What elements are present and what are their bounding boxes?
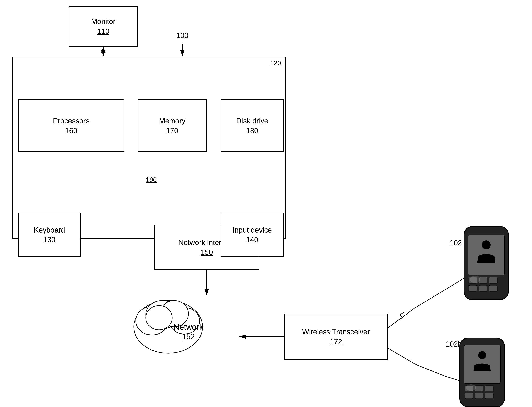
monitor-box: Monitor 110: [69, 6, 138, 47]
inputdevice-label: Input device: [233, 226, 272, 235]
svg-point-31: [470, 276, 480, 283]
diskdrive-number: 180: [246, 126, 258, 135]
monitor-number: 110: [97, 27, 109, 36]
netinterface-number: 150: [201, 248, 213, 257]
wireless-label: Wireless Transceiver: [302, 327, 370, 337]
memory-box: Memory 170: [138, 99, 207, 152]
bus-label: 190: [146, 176, 157, 184]
network-label: Network: [174, 323, 203, 331]
svg-rect-26: [489, 277, 497, 283]
diskdrive-box: Disk drive 180: [221, 99, 284, 152]
svg-rect-28: [479, 285, 487, 291]
svg-point-41: [466, 384, 476, 391]
svg-rect-29: [489, 285, 497, 291]
keyboard-label: Keyboard: [34, 226, 65, 235]
mobile-device-102: [460, 223, 521, 308]
network-number: 152: [182, 332, 195, 341]
diskdrive-label: Disk drive: [236, 116, 268, 126]
memory-label: Memory: [159, 116, 185, 126]
processors-number: 160: [65, 126, 77, 135]
svg-rect-37: [465, 393, 473, 399]
monitor-label: Monitor: [91, 17, 115, 26]
svg-point-30: [482, 240, 491, 249]
ref-100: 100: [176, 31, 188, 40]
svg-rect-27: [469, 285, 477, 291]
mobile-device-102n: [456, 334, 517, 407]
diagram-container: Monitor 110 120 Processors 160 Memory 17…: [0, 0, 532, 407]
network-label-container: Network 152: [151, 322, 226, 341]
wireless-box: Wireless Transceiver 172: [284, 314, 388, 360]
keyboard-box: Keyboard 130: [18, 212, 81, 257]
inputdevice-number: 140: [246, 235, 258, 244]
processors-label: Processors: [53, 116, 89, 126]
svg-point-40: [478, 351, 486, 359]
wireless-number: 172: [330, 337, 342, 346]
memory-number: 170: [166, 126, 178, 135]
svg-rect-35: [475, 385, 483, 391]
svg-rect-25: [479, 277, 487, 283]
inputdevice-box: Input device 140: [221, 212, 284, 257]
svg-rect-36: [485, 385, 493, 391]
svg-rect-38: [475, 393, 483, 399]
svg-rect-39: [485, 393, 493, 399]
processors-box: Processors 160: [18, 99, 124, 152]
system-number: 120: [270, 59, 281, 67]
keyboard-number: 130: [43, 235, 56, 244]
